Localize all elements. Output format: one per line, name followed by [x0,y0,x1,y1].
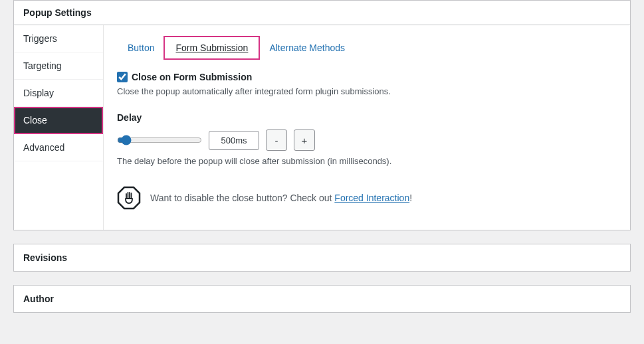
forced-interaction-callout: Want to disable the close button? Check … [117,186,617,210]
sidebar-item-label: Targeting [23,60,62,71]
close-on-submit-field: Close on Form Submission Close the popup… [117,72,617,96]
panel-title: Popup Settings [14,1,630,25]
sidebar-item-label: Close [23,115,47,126]
sidebar-item-advanced[interactable]: Advanced [14,134,103,161]
sidebar-item-label: Display [23,88,54,98]
delay-plus-button[interactable]: + [294,129,315,151]
tab-alternate-methods[interactable]: Alternate Methods [259,37,356,58]
delay-value-input[interactable] [209,131,259,150]
settings-sidebar: Triggers Targeting Display Close Advance… [14,25,104,230]
svg-marker-0 [118,187,140,209]
delay-field: Delay - + The delay before the popup wil… [117,112,617,166]
delay-minus-button[interactable]: - [266,129,287,151]
sidebar-item-label: Advanced [23,142,64,153]
sidebar-item-triggers[interactable]: Triggers [14,25,103,52]
tab-form-submission[interactable]: Form Submission [165,37,259,58]
close-on-submit-checkbox[interactable] [117,72,128,82]
settings-content: Button Form Submission Alternate Methods… [104,25,630,230]
author-title: Author [23,294,54,304]
close-on-submit-help: Close the popup automatically after inte… [117,86,617,96]
callout-suffix: ! [409,193,412,203]
author-panel[interactable]: Author [13,285,631,313]
popup-settings-panel: Popup Settings Triggers Targeting Displa… [13,0,631,230]
delay-label: Delay [117,112,617,123]
callout-text: Want to disable the close button? Check … [150,193,412,203]
stop-hand-icon [117,186,141,210]
sidebar-item-targeting[interactable]: Targeting [14,52,103,80]
forced-interaction-link[interactable]: Forced Interaction [334,193,409,203]
callout-prefix: Want to disable the close button? Check … [150,193,334,203]
revisions-title: Revisions [23,252,67,263]
tab-button[interactable]: Button [117,37,165,58]
sidebar-item-close[interactable]: Close [14,107,103,134]
sidebar-item-label: Triggers [23,33,57,44]
close-on-submit-label: Close on Form Submission [132,72,252,82]
delay-slider[interactable] [117,135,202,145]
sidebar-item-display[interactable]: Display [14,80,103,107]
delay-help: The delay before the popup will close af… [117,156,617,166]
tabs-row: Button Form Submission Alternate Methods [117,33,617,58]
revisions-panel[interactable]: Revisions [13,244,631,272]
